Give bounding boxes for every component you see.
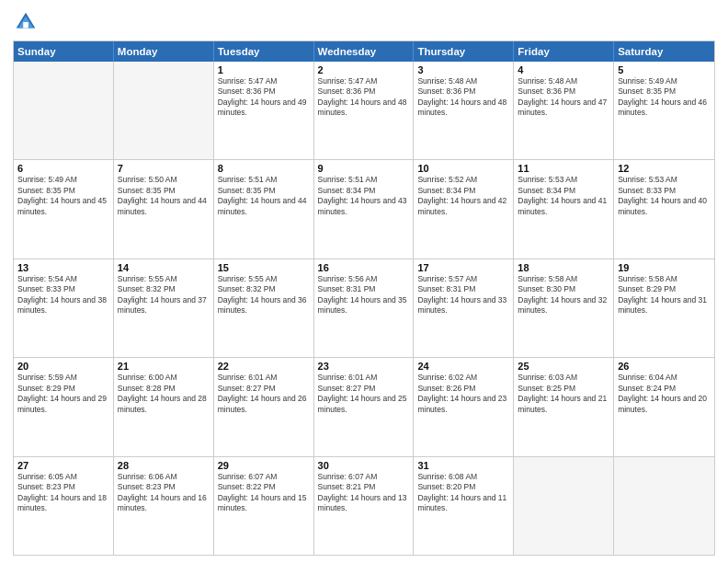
calendar-cell: 7Sunrise: 5:50 AMSunset: 8:35 PMDaylight… [114,160,214,258]
calendar-cell: 5Sunrise: 5:49 AMSunset: 8:35 PMDaylight… [614,62,714,159]
day-info: Sunrise: 6:01 AMSunset: 8:27 PMDaylight:… [218,373,310,415]
calendar-cell: 26Sunrise: 6:04 AMSunset: 8:24 PMDayligh… [614,358,714,455]
header-day-friday: Friday [514,41,614,62]
day-number: 2 [318,64,410,75]
day-info: Sunrise: 6:05 AMSunset: 8:23 PMDaylight:… [17,472,109,514]
day-info: Sunrise: 5:47 AMSunset: 8:36 PMDaylight:… [218,76,310,119]
day-info: Sunrise: 5:49 AMSunset: 8:35 PMDaylight:… [618,76,711,119]
header-day-monday: Monday [114,41,214,62]
day-info: Sunrise: 5:59 AMSunset: 8:29 PMDaylight:… [17,373,109,415]
day-info: Sunrise: 5:54 AMSunset: 8:33 PMDaylight:… [17,274,109,316]
day-info: Sunrise: 6:07 AMSunset: 8:22 PMDaylight:… [218,472,310,514]
calendar-cell: 8Sunrise: 5:51 AMSunset: 8:35 PMDaylight… [214,160,314,258]
header-day-wednesday: Wednesday [314,41,415,62]
day-info: Sunrise: 5:57 AMSunset: 8:31 PMDaylight:… [417,274,509,316]
day-number: 19 [618,262,711,273]
day-number: 12 [618,163,711,174]
day-info: Sunrise: 6:03 AMSunset: 8:25 PMDaylight:… [518,373,609,415]
calendar-cell: 1Sunrise: 5:47 AMSunset: 8:36 PMDaylight… [214,62,314,159]
day-info: Sunrise: 5:58 AMSunset: 8:29 PMDaylight:… [618,274,711,316]
day-number: 25 [518,361,609,372]
calendar-cell: 6Sunrise: 5:49 AMSunset: 8:35 PMDaylight… [14,160,114,258]
calendar-cell: 24Sunrise: 6:02 AMSunset: 8:26 PMDayligh… [414,358,514,455]
calendar-cell: 3Sunrise: 5:48 AMSunset: 8:36 PMDaylight… [414,62,514,159]
day-info: Sunrise: 5:47 AMSunset: 8:36 PMDaylight:… [318,76,410,119]
svg-rect-2 [23,22,28,29]
calendar-cell: 14Sunrise: 5:55 AMSunset: 8:32 PMDayligh… [114,259,214,357]
day-info: Sunrise: 5:48 AMSunset: 8:36 PMDaylight:… [518,76,609,119]
day-info: Sunrise: 6:06 AMSunset: 8:23 PMDaylight:… [118,472,210,514]
day-number: 17 [417,262,509,273]
calendar-cell: 18Sunrise: 5:58 AMSunset: 8:30 PMDayligh… [514,259,614,357]
calendar-cell [114,62,214,159]
calendar-cell: 15Sunrise: 5:55 AMSunset: 8:32 PMDayligh… [214,259,314,357]
day-number: 9 [318,163,410,174]
day-number: 8 [218,163,310,174]
calendar-cell [14,62,114,159]
day-number: 15 [218,262,310,273]
calendar-cell: 11Sunrise: 5:53 AMSunset: 8:34 PMDayligh… [514,160,614,258]
logo [13,9,42,35]
calendar-cell: 31Sunrise: 6:08 AMSunset: 8:20 PMDayligh… [414,457,514,555]
day-info: Sunrise: 5:56 AMSunset: 8:31 PMDaylight:… [318,274,410,316]
calendar-cell: 23Sunrise: 6:01 AMSunset: 8:27 PMDayligh… [314,358,415,455]
calendar-cell: 22Sunrise: 6:01 AMSunset: 8:27 PMDayligh… [214,358,314,455]
day-number: 27 [17,460,109,471]
calendar-cell: 2Sunrise: 5:47 AMSunset: 8:36 PMDaylight… [314,62,415,159]
day-number: 6 [17,163,109,174]
day-info: Sunrise: 5:51 AMSunset: 8:34 PMDaylight:… [318,175,410,217]
day-number: 4 [518,64,609,75]
day-number: 10 [417,163,509,174]
calendar-cell: 29Sunrise: 6:07 AMSunset: 8:22 PMDayligh… [214,457,314,555]
day-number: 22 [218,361,310,372]
day-number: 23 [318,361,410,372]
calendar-cell: 17Sunrise: 5:57 AMSunset: 8:31 PMDayligh… [414,259,514,357]
day-number: 1 [218,64,310,75]
day-number: 31 [417,460,509,471]
calendar-cell: 20Sunrise: 5:59 AMSunset: 8:29 PMDayligh… [14,358,114,455]
logo-icon [13,9,39,35]
day-info: Sunrise: 5:53 AMSunset: 8:33 PMDaylight:… [618,175,711,217]
day-number: 21 [118,361,210,372]
day-number: 11 [518,163,609,174]
day-info: Sunrise: 6:07 AMSunset: 8:21 PMDaylight:… [318,472,410,514]
header-day-thursday: Thursday [414,41,514,62]
calendar-cell: 19Sunrise: 5:58 AMSunset: 8:29 PMDayligh… [614,259,714,357]
day-number: 5 [618,64,711,75]
calendar-cell: 12Sunrise: 5:53 AMSunset: 8:33 PMDayligh… [614,160,714,258]
day-number: 30 [318,460,410,471]
calendar-cell: 27Sunrise: 6:05 AMSunset: 8:23 PMDayligh… [14,457,114,555]
calendar-cell: 28Sunrise: 6:06 AMSunset: 8:23 PMDayligh… [114,457,214,555]
day-number: 7 [118,163,210,174]
day-number: 13 [17,262,109,273]
day-number: 20 [17,361,109,372]
day-info: Sunrise: 6:00 AMSunset: 8:28 PMDaylight:… [118,373,210,415]
day-info: Sunrise: 5:50 AMSunset: 8:35 PMDaylight:… [118,175,210,217]
day-number: 28 [118,460,210,471]
day-info: Sunrise: 6:01 AMSunset: 8:27 PMDaylight:… [318,373,410,415]
calendar-cell: 16Sunrise: 5:56 AMSunset: 8:31 PMDayligh… [314,259,415,357]
calendar-cell: 13Sunrise: 5:54 AMSunset: 8:33 PMDayligh… [14,259,114,357]
day-number: 24 [417,361,509,372]
header [13,9,715,35]
calendar-row-4: 20Sunrise: 5:59 AMSunset: 8:29 PMDayligh… [14,357,714,455]
header-day-sunday: Sunday [14,41,114,62]
calendar-cell [514,457,614,555]
calendar-cell: 10Sunrise: 5:52 AMSunset: 8:34 PMDayligh… [414,160,514,258]
header-day-saturday: Saturday [614,41,714,62]
day-info: Sunrise: 5:55 AMSunset: 8:32 PMDaylight:… [118,274,210,316]
day-info: Sunrise: 5:48 AMSunset: 8:36 PMDaylight:… [417,76,509,119]
calendar-row-2: 6Sunrise: 5:49 AMSunset: 8:35 PMDaylight… [14,159,714,258]
calendar-body: 1Sunrise: 5:47 AMSunset: 8:36 PMDaylight… [14,62,714,555]
calendar-header: SundayMondayTuesdayWednesdayThursdayFrid… [14,41,714,62]
day-number: 3 [417,64,509,75]
calendar-cell [614,457,714,555]
calendar-cell: 30Sunrise: 6:07 AMSunset: 8:21 PMDayligh… [314,457,415,555]
day-number: 26 [618,361,711,372]
calendar-cell: 4Sunrise: 5:48 AMSunset: 8:36 PMDaylight… [514,62,614,159]
calendar-row-5: 27Sunrise: 6:05 AMSunset: 8:23 PMDayligh… [14,456,714,555]
calendar-cell: 25Sunrise: 6:03 AMSunset: 8:25 PMDayligh… [514,358,614,455]
day-info: Sunrise: 5:53 AMSunset: 8:34 PMDaylight:… [518,175,609,217]
header-day-tuesday: Tuesday [214,41,314,62]
day-info: Sunrise: 6:04 AMSunset: 8:24 PMDaylight:… [618,373,711,415]
